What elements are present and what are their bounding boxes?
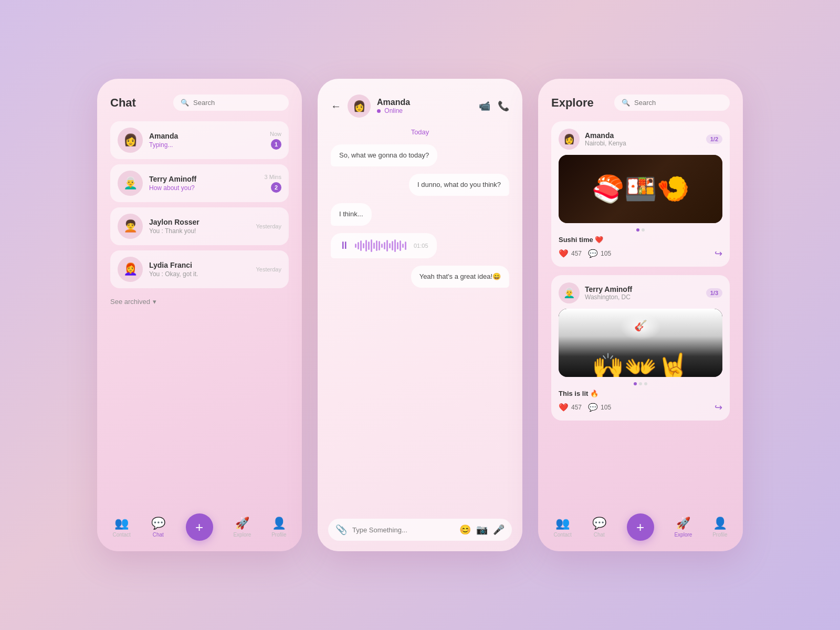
explore-user-amanda: 👩 Amanda Nairobi, Kenya 1/2 <box>559 129 722 150</box>
message-input-area: 📎 😊 📷 🎤 <box>328 519 512 541</box>
camera-icon[interactable]: 📷 <box>476 524 488 536</box>
nav-chat-left[interactable]: 💬 Chat <box>151 517 165 538</box>
image-dots-sushi <box>559 228 722 232</box>
nav-profile-left[interactable]: 👤 Profile <box>271 517 286 538</box>
search-icon: 🔍 <box>181 99 189 107</box>
chat-item-jaylon[interactable]: 🧑‍🦱 Jaylon Rosser You : Thank you! Yeste… <box>110 207 289 245</box>
nav-chat-label: Chat <box>153 532 164 538</box>
explore-header: Explore 🔍 <box>551 94 730 111</box>
message-2: I dunno, what do you think? <box>409 174 509 196</box>
dot-c3 <box>644 382 647 385</box>
left-search-input[interactable] <box>193 99 281 107</box>
avatar-amanda: 👩 <box>118 128 143 153</box>
sushi-visual: 🍣🍱🍤 <box>559 155 722 223</box>
explore-title: Explore <box>551 96 594 110</box>
comments-count-sushi: 105 <box>601 250 611 257</box>
concert-visual: 🎸 🙌👐🤘 <box>559 309 722 377</box>
nav-contact-label-right: Contact <box>553 532 571 538</box>
attachment-icon[interactable]: 📎 <box>335 524 347 536</box>
right-search-input[interactable] <box>634 99 722 107</box>
explore-image-concert: 🎸 🙌👐🤘 <box>559 309 722 377</box>
left-search-bar[interactable]: 🔍 <box>173 94 289 111</box>
avatar-jaylon: 🧑‍🦱 <box>118 214 143 239</box>
likes-group-sushi[interactable]: ❤️ 457 <box>559 249 582 258</box>
message-input[interactable] <box>352 526 454 534</box>
performer-emoji: 🎸 <box>634 319 647 332</box>
see-archived-label: See archived <box>110 298 150 306</box>
explore-user-terry: 👨‍🦳 Terry Aminoff Washington, DC 1/3 <box>559 282 722 303</box>
nav-contact-label: Contact <box>112 532 130 538</box>
play-button[interactable]: ⏸ <box>339 239 350 251</box>
date-divider: Today <box>331 128 509 136</box>
nav-chat-right[interactable]: 💬 Chat <box>592 517 606 538</box>
right-search-bar[interactable]: 🔍 <box>614 94 730 111</box>
nav-explore-right[interactable]: 🚀 Explore <box>674 517 692 538</box>
wave-bar <box>384 242 385 249</box>
badge-terry: 2 <box>271 182 281 193</box>
plus-icon-right: + <box>636 519 644 536</box>
chat-meta-jaylon: Yesterday <box>256 223 281 229</box>
nav-profile-right[interactable]: 👤 Profile <box>712 517 727 538</box>
heart-icon-sushi: ❤️ <box>559 249 569 258</box>
wave-bar <box>355 244 356 248</box>
comments-group-concert[interactable]: 💬 105 <box>588 403 611 412</box>
see-archived-button[interactable]: See archived ▾ <box>110 298 289 306</box>
concert-crowd: 🙌👐🤘 <box>559 352 722 377</box>
nav-contact-left[interactable]: 👥 Contact <box>112 517 130 538</box>
voice-call-icon[interactable]: 📞 <box>498 100 509 112</box>
badge-amanda: 1 <box>271 139 281 150</box>
wave-bar <box>394 239 396 252</box>
face-jaylon: 🧑‍🦱 <box>123 219 138 233</box>
back-button[interactable]: ← <box>331 100 341 112</box>
nav-fab-right[interactable]: + <box>627 513 654 541</box>
conv-info: Amanda Online <box>377 98 472 114</box>
video-call-icon[interactable]: 📹 <box>479 100 490 112</box>
explore-icon-left: 🚀 <box>235 517 249 530</box>
profile-icon-right: 👤 <box>713 517 727 530</box>
chat-item-lydia[interactable]: 👩‍🦰 Lydia Franci You : Okay, got it. Yes… <box>110 250 289 288</box>
comments-count-concert: 105 <box>601 404 611 411</box>
comments-group-sushi[interactable]: 💬 105 <box>588 249 611 258</box>
microphone-icon[interactable]: 🎤 <box>493 524 505 536</box>
nav-chat-label-right: Chat <box>594 532 605 538</box>
chat-info-terry: Terry Aminoff How about you? <box>149 175 258 192</box>
wave-bar <box>373 243 375 249</box>
chevron-down-icon: ▾ <box>153 298 156 306</box>
chat-name-amanda: Amanda <box>149 132 264 140</box>
likes-group-concert[interactable]: ❤️ 457 <box>559 403 582 412</box>
likes-count-sushi: 457 <box>571 250 582 257</box>
chat-item-terry[interactable]: 👨‍🦳 Terry Aminoff How about you? 3 Mins … <box>110 164 289 202</box>
message-5: Yeah that's a great idea!😄 <box>411 266 509 288</box>
sushi-emoji: 🍣🍱🍤 <box>592 174 689 204</box>
emoji-icon[interactable]: 😊 <box>459 524 471 536</box>
message-3: I think... <box>331 203 372 225</box>
share-button-sushi[interactable]: ↪ <box>715 248 722 259</box>
explore-caption-concert: This is lit 🔥 <box>559 390 722 397</box>
page-badge-sushi: 1/2 <box>706 134 722 144</box>
dot-1 <box>636 228 639 232</box>
nav-contact-right[interactable]: 👥 Contact <box>553 517 571 538</box>
conversation-panel: ← 👩 Amanda Online 📹 📞 Today So, what we … <box>318 79 522 551</box>
wave-bar <box>397 242 398 249</box>
explore-user-name-amanda: Amanda <box>585 131 701 140</box>
wave-bar <box>368 242 370 250</box>
explore-panel: Explore 🔍 👩 Amanda Nairobi, Kenya 1/2 🍣🍱… <box>538 79 743 551</box>
chat-info-amanda: Amanda Typing... <box>149 132 264 149</box>
nav-explore-left[interactable]: 🚀 Explore <box>233 517 251 538</box>
chat-item-amanda[interactable]: 👩 Amanda Typing... Now 1 <box>110 121 289 159</box>
share-button-concert[interactable]: ↪ <box>715 402 722 413</box>
wave-bar <box>402 244 404 248</box>
wave-bar <box>379 241 380 250</box>
plus-icon-left: + <box>195 519 203 536</box>
dot-c1 <box>634 382 637 385</box>
bottom-nav-left: 👥 Contact 💬 Chat + 🚀 Explore 👤 Profile <box>97 513 302 541</box>
wave-bar <box>381 244 383 248</box>
wave-bar <box>365 240 367 251</box>
explore-actions-sushi: ❤️ 457 💬 105 ↪ <box>559 248 722 259</box>
wave-bar <box>371 239 372 252</box>
chat-preview-amanda: Typing... <box>149 141 264 149</box>
wave-bar <box>363 243 364 248</box>
wave-bar <box>389 243 391 248</box>
nav-fab-left[interactable]: + <box>186 513 213 541</box>
explore-user-name-terry: Terry Aminoff <box>585 285 701 293</box>
